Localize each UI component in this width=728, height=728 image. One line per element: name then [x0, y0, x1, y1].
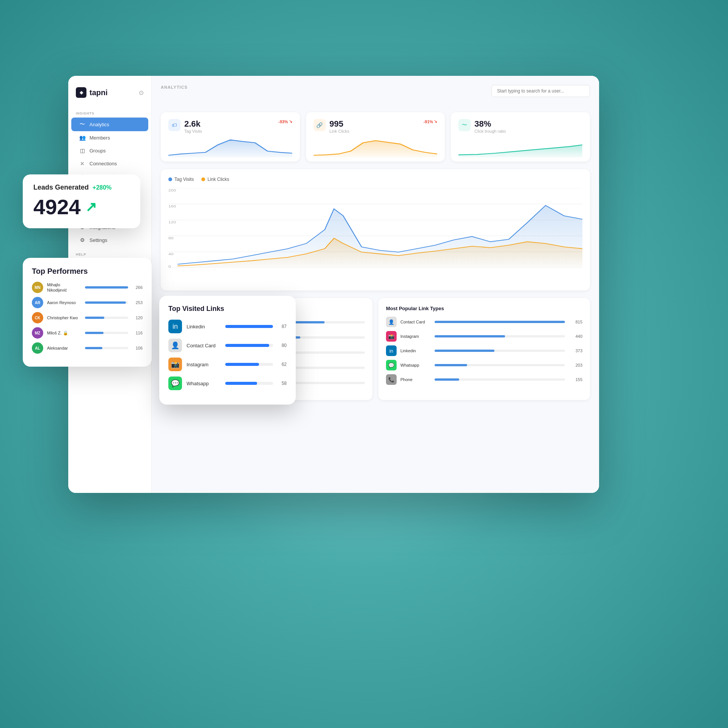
visited-link-item: in Linkedin 87: [168, 320, 287, 333]
performer-name: Mihajlo Nikodijević: [47, 282, 81, 293]
visited-link-item: 📸 Instagram 62: [168, 358, 287, 371]
visited-link-count: 80: [278, 343, 287, 348]
performer-bar-wrap: [85, 301, 128, 304]
link-type-count: 440: [569, 334, 582, 339]
legend-label-link-clicks: Link Clicks: [207, 177, 229, 182]
sidebar-item-analytics[interactable]: 〜 Analytics: [71, 118, 148, 131]
link-clicks-icon: 🔗: [314, 119, 326, 131]
settings-icon[interactable]: ⊙: [139, 89, 144, 96]
visited-link-count: 62: [278, 362, 287, 367]
visited-link-bar: [225, 363, 259, 366]
tag-visits-chart: [168, 136, 292, 157]
stat-cards-row: 🏷 2.6k Tag Visits -93% ↘: [161, 112, 590, 162]
visited-link-icon: in: [168, 320, 182, 333]
page-title: ANALYTICS: [161, 85, 188, 89]
link-type-bar: [435, 350, 494, 352]
visited-link-bar: [225, 382, 257, 385]
performer-bar: [85, 347, 102, 349]
sidebar-item-label-groups: Groups: [89, 148, 106, 154]
visited-link-name: Instagram: [187, 362, 221, 367]
svg-text:160: 160: [168, 204, 176, 208]
leads-number: 4924: [33, 195, 81, 219]
performer-item: MZ Miloš Z. 🔒 116: [32, 327, 143, 339]
user-search-input[interactable]: [491, 85, 590, 97]
ctr-label: Click trough ratio: [474, 129, 506, 133]
settings-nav-icon: ⚙: [79, 237, 86, 243]
visited-link-name: Linkedin: [187, 324, 221, 329]
logo-text: tapni: [89, 88, 108, 97]
insights-section-label: INSIGHTS: [68, 105, 151, 118]
link-type-icon: 👤: [386, 317, 397, 327]
performer-bar-wrap: [85, 332, 128, 334]
visited-link-count: 58: [278, 381, 287, 386]
performer-name: Aaron Reynoso: [47, 300, 81, 305]
performers-list: MN Mihajlo Nikodijević 266 AR Aaron Reyn…: [32, 282, 143, 354]
link-type-bar: [435, 378, 459, 381]
svg-text:200: 200: [168, 188, 176, 192]
tag-visits-value: 2.6k: [184, 119, 202, 129]
link-type-icon: 📸: [386, 331, 397, 342]
legend-link-clicks: Link Clicks: [201, 177, 229, 182]
visited-link-name: Whatsapp: [187, 381, 221, 386]
svg-text:120: 120: [168, 220, 176, 224]
sidebar-item-members[interactable]: 👥 Members: [71, 131, 148, 144]
leads-value-row: 4924 ↗: [33, 195, 130, 219]
link-type-count: 155: [569, 377, 582, 382]
performer-bar-wrap: [85, 347, 128, 349]
link-type-item: 📞 Phone 155: [386, 374, 582, 385]
sidebar-item-connections[interactable]: ⤫ Connections: [71, 157, 148, 170]
ctr-chart: [458, 136, 582, 157]
performer-avatar: CK: [32, 312, 43, 323]
performer-name: Aleksandar: [47, 345, 81, 351]
visited-link-name: Contact Card: [187, 343, 221, 348]
performer-item: MN Mihajlo Nikodijević 266: [32, 282, 143, 293]
groups-icon: ◫: [79, 147, 86, 154]
sidebar-logo: ◈ tapni ⊙: [68, 83, 151, 105]
ctr-value: 38%: [474, 119, 506, 129]
visited-link-bar-wrap: [225, 344, 273, 347]
performer-count: 116: [132, 331, 143, 335]
visited-link-item: 👤 Contact Card 80: [168, 339, 287, 352]
visited-link-bar-wrap: [225, 382, 273, 385]
performer-count: 253: [132, 300, 143, 305]
sidebar-item-label-members: Members: [89, 135, 110, 141]
visited-link-item: 💬 Whatsapp 58: [168, 377, 287, 390]
members-icon: 👥: [79, 135, 86, 141]
performer-avatar: MZ: [32, 327, 43, 339]
visited-link-bar: [225, 325, 273, 328]
main-chart-area: Tag Visits Link Clicks 200 160 120: [161, 169, 590, 290]
sidebar-item-groups[interactable]: ◫ Groups: [71, 144, 148, 157]
performer-avatar: AL: [32, 342, 43, 354]
link-type-name: Whatsapp: [400, 363, 431, 367]
popular-links-list: 👤 Contact Card 815 📸 Instagram 440 in Li…: [386, 317, 582, 385]
performers-card: Top Performers MN Mihajlo Nikodijević 26…: [23, 258, 152, 367]
sidebar-item-settings[interactable]: ⚙ Settings: [71, 234, 148, 246]
help-section-label: HELP: [68, 246, 151, 259]
link-type-bar-wrap: [435, 335, 565, 337]
visited-link-bar: [225, 344, 269, 347]
tag-visits-icon: 🏷: [168, 119, 180, 131]
visited-links-card: Top Visited Links in Linkedin 87 👤 Conta…: [159, 296, 296, 405]
analytics-icon: 〜: [79, 121, 86, 128]
visited-link-bar-wrap: [225, 325, 273, 328]
performer-item: CK Christopher Kwo 120: [32, 312, 143, 323]
chart-legend: Tag Visits Link Clicks: [168, 177, 582, 182]
performer-avatar: MN: [32, 282, 43, 293]
link-type-bar-wrap: [435, 350, 565, 352]
performer-count: 106: [132, 346, 143, 350]
link-clicks-chart: [314, 136, 438, 157]
visited-link-count: 87: [278, 324, 287, 329]
performer-bar-wrap: [85, 317, 128, 319]
ctr-icon: 〜: [458, 119, 471, 131]
stat-card-ctr: 〜 38% Click trough ratio: [451, 112, 590, 162]
tag-visits-label: Tag Visits: [184, 129, 202, 133]
link-type-bar-wrap: [435, 321, 565, 323]
link-clicks-label: Link Clicks: [329, 129, 350, 133]
link-type-name: Instagram: [400, 334, 431, 339]
connections-icon: ⤫: [79, 160, 86, 166]
performer-count: 266: [132, 285, 143, 290]
link-type-icon: in: [386, 345, 397, 356]
performer-name: Miloš Z. 🔒: [47, 330, 81, 336]
link-type-item: 👤 Contact Card 815: [386, 317, 582, 327]
leads-card: Leads Generated +280% 4924 ↗: [23, 174, 140, 228]
